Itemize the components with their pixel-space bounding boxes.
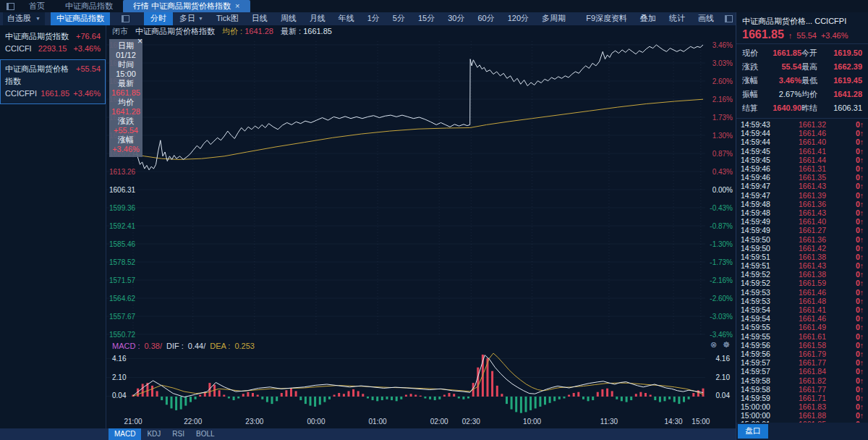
toolbar-item[interactable]: 分时 bbox=[144, 12, 173, 25]
toolbar-item[interactable]: 60分 bbox=[471, 12, 501, 25]
watchlist-dropdown[interactable]: 自选股 ▼ bbox=[3, 12, 45, 25]
up-arrow-icon: ↑ bbox=[860, 244, 864, 253]
toolbar-right-item[interactable]: 叠加 bbox=[634, 12, 663, 25]
toolbar-right-item[interactable]: F9深度资料 bbox=[579, 12, 634, 25]
tick-row: 14:59:441661.460↑ bbox=[741, 129, 864, 138]
indicator-tab-macd[interactable]: MACD bbox=[109, 428, 141, 440]
svg-text:0.04: 0.04 bbox=[716, 392, 731, 399]
svg-text:-1.30%: -1.30% bbox=[710, 240, 733, 248]
up-arrow-icon: ↑ bbox=[860, 156, 864, 164]
tick-volume: 0↑ bbox=[845, 182, 864, 190]
tick-time: 14:59:58 bbox=[741, 385, 783, 394]
up-arrow-icon: ↑ bbox=[860, 270, 864, 279]
tick-time: 14:59:48 bbox=[741, 208, 783, 217]
tick-row: 14:59:561661.790↑ bbox=[741, 350, 864, 358]
tick-row: 14:59:581661.820↑ bbox=[741, 376, 864, 384]
tick-volume: 0↑ bbox=[845, 279, 864, 287]
toolbar-item[interactable]: 5分 bbox=[386, 12, 412, 25]
tick-row: 14:59:531661.460↑ bbox=[741, 288, 864, 297]
pankou-button[interactable]: 盘口 bbox=[738, 424, 768, 439]
toolbar-item[interactable]: 120分 bbox=[501, 12, 535, 25]
tick-time: 14:59:46 bbox=[741, 173, 783, 182]
tick-price: 1661.84 bbox=[783, 367, 845, 376]
tick-row: 14:59:491661.400↑ bbox=[741, 217, 864, 226]
tick-price: 1661.88 bbox=[783, 411, 845, 420]
quote-price: 1661.85 bbox=[742, 28, 784, 41]
instrument-name: 中证商品期货价格指数 bbox=[5, 63, 76, 88]
toolbar-right-item[interactable]: 画线 bbox=[692, 12, 720, 25]
svg-text:1606.31: 1606.31 bbox=[109, 186, 136, 194]
watchlist-item-selected[interactable]: 中证商品期货价格指数+55.54 CCICFPI1661.85+3.46% bbox=[0, 59, 106, 104]
tab-active[interactable]: 行情 中证商品期货价格指数× bbox=[123, 0, 250, 13]
tick-time: 14:59:46 bbox=[741, 164, 783, 173]
indicator-tab-rsi[interactable]: RSI bbox=[166, 428, 190, 440]
time-axis-label: 21:00 bbox=[124, 418, 142, 426]
tooltip-rows: 日期01/12时间15:00最新1661.85均价1641.28涨跌+55.54… bbox=[109, 41, 142, 154]
macd-header: MACD :0.38/ DIF :0.44/ DEA :0.253 ⊗☸ bbox=[106, 340, 736, 351]
tick-price: 1661.36 bbox=[783, 200, 845, 208]
price-chart-svg: 1661.911654.961648.011641.061634.111627.… bbox=[106, 38, 736, 340]
index-button[interactable]: 中证商品指数 bbox=[51, 12, 110, 25]
tick-price: 1661.44 bbox=[783, 156, 845, 164]
time-axis-label: 00:00 bbox=[307, 418, 325, 426]
tick-time: 14:59:49 bbox=[741, 226, 783, 234]
tooltip-value: 01/12 bbox=[109, 51, 142, 60]
indicator-tab-boll[interactable]: BOLL bbox=[190, 428, 221, 440]
tick-time: 14:59:50 bbox=[741, 244, 783, 253]
tooltip-value: +55.54 bbox=[109, 126, 142, 135]
tooltip-value: +3.46% bbox=[109, 145, 142, 154]
tick-volume: 0↑ bbox=[845, 332, 864, 341]
tab-item[interactable]: 中证商品指数 bbox=[55, 0, 123, 13]
tick-volume: 0↑ bbox=[845, 270, 864, 279]
main-toolbar: 自选股 ▼ 中证商品指数 分时多日▼Tick图日线周线月线年线1分5分15分30… bbox=[0, 12, 736, 25]
layout-icon[interactable] bbox=[122, 15, 129, 22]
watchlist-item[interactable]: 中证商品期货指数+76.64 CCICFI2293.15+3.46% bbox=[0, 27, 106, 59]
toolbar-item[interactable]: 月线 bbox=[303, 12, 332, 25]
tick-time: 14:59:48 bbox=[741, 200, 783, 208]
tick-volume: 0↑ bbox=[845, 138, 864, 146]
indicator-tab-kdj[interactable]: KDJ bbox=[141, 428, 166, 440]
toolbar-item[interactable]: 年线 bbox=[332, 12, 361, 25]
tick-price: 1661.40 bbox=[783, 217, 845, 226]
close-circle-icon[interactable]: ⊗ bbox=[710, 340, 717, 350]
tick-time: 14:59:55 bbox=[741, 332, 783, 341]
tick-volume: 0↑ bbox=[845, 164, 864, 173]
tab-item[interactable]: 首页 bbox=[19, 0, 55, 13]
panel-toggle-icon[interactable] bbox=[725, 15, 733, 22]
quote-title: 中证商品期货价格... CCICFPI bbox=[736, 12, 868, 28]
toolbar-item[interactable]: 日线 bbox=[245, 12, 274, 25]
stat-value: 1641.28 bbox=[826, 88, 862, 101]
tick-row: 14:59:521661.380↑ bbox=[741, 270, 864, 279]
toolbar-right-item[interactable]: 统计 bbox=[663, 12, 692, 25]
up-arrow-icon: ↑ bbox=[860, 411, 864, 420]
tick-row: 14:59:491661.270↑ bbox=[741, 226, 864, 234]
quote-price-row: 1661.85 ↑ 55.54 +3.46% bbox=[736, 28, 868, 44]
close-icon[interactable]: × bbox=[137, 38, 142, 45]
tick-volume: 0↑ bbox=[845, 305, 864, 314]
toolbar-item[interactable]: Tick图 bbox=[210, 12, 245, 25]
toolbar-item[interactable]: 15分 bbox=[412, 12, 441, 25]
close-icon[interactable]: × bbox=[235, 1, 239, 10]
tick-time: 14:59:45 bbox=[741, 147, 783, 156]
up-arrow-icon: ↑ bbox=[860, 120, 864, 129]
tick-price: 1661.83 bbox=[783, 402, 845, 411]
svg-text:3.03%: 3.03% bbox=[712, 59, 733, 67]
tooltip-label: 涨跌 bbox=[109, 117, 142, 126]
tick-time: 14:59:53 bbox=[741, 288, 783, 297]
tick-price: 1661.38 bbox=[783, 270, 845, 279]
gear-icon[interactable]: ☸ bbox=[723, 340, 730, 350]
tooltip-label: 涨幅 bbox=[109, 135, 142, 145]
toolbar-item[interactable]: 周线 bbox=[274, 12, 303, 25]
toolbar-item[interactable]: 30分 bbox=[441, 12, 471, 25]
stat-value: 55.54 bbox=[765, 60, 801, 74]
chevron-down-icon: ▼ bbox=[35, 16, 41, 21]
app-window-icon[interactable] bbox=[7, 3, 14, 10]
toolbar-item[interactable]: 多日▼ bbox=[173, 12, 210, 25]
tick-row: 14:59:541661.460↑ bbox=[741, 314, 864, 323]
toolbar-item[interactable]: 多周期 bbox=[535, 12, 572, 25]
toolbar-item[interactable]: 1分 bbox=[361, 12, 386, 25]
time-axis-label: 10:00 bbox=[523, 418, 541, 426]
up-arrow-icon: ↑ bbox=[860, 367, 864, 376]
instrument-code: CCICFPI bbox=[5, 88, 37, 100]
tick-price: 1661.46 bbox=[783, 129, 845, 138]
